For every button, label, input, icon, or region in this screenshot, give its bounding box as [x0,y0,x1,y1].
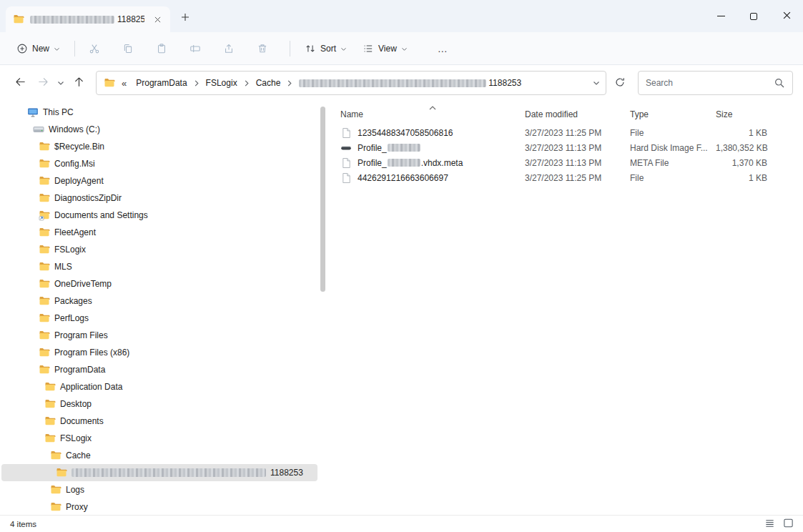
tree-item-documents-and-settings[interactable]: Documents and Settings [1,207,317,224]
tree-item-this-pc[interactable]: This PC [1,104,317,121]
new-tab-button[interactable] [176,9,194,27]
address-bar[interactable]: « ProgramDataFSLogixCache1188253 [96,71,606,95]
breadcrumb-item-programdata[interactable]: ProgramData [133,76,189,90]
up-button[interactable] [67,72,90,94]
tree-item-logs[interactable]: Logs [1,481,317,498]
breadcrumb-chevron-icon[interactable] [285,79,295,87]
tree-item-label: OneDriveTemp [54,279,112,289]
tree-item-config-msi[interactable]: Config.Msi [1,155,317,172]
breadcrumb-item-current[interactable]: 1188253 [296,76,524,90]
back-button[interactable] [9,72,31,94]
paste-button[interactable] [149,37,174,60]
tree-item-mls[interactable]: MLS [1,258,317,275]
tree-item-fleetagent[interactable]: FleetAgent [1,224,317,241]
file-name-cell: 12354488347058506816 [336,127,521,139]
forward-button[interactable] [31,72,54,94]
tree-item-documents[interactable]: Documents [1,413,317,430]
folder-icon [39,227,50,238]
recent-locations-button[interactable] [54,72,67,94]
breadcrumb-chevron-icon[interactable] [242,79,252,87]
file-name-suffix: .vhdx.meta [421,158,463,168]
folder-icon [44,381,56,393]
column-header-size[interactable]: Size [711,109,777,119]
explorer-tab[interactable]: 1188253 [6,6,170,32]
redacted-text [388,159,420,167]
tab-title-suffix: 1188253 [117,14,144,24]
delete-button[interactable] [250,37,275,60]
sort-button[interactable]: Sort [297,37,355,60]
tree-item-windows-c[interactable]: Windows (C:) [1,121,317,138]
file-date-modified: 3/27/2023 11:25 PM [521,128,626,138]
copy-button[interactable] [115,37,141,60]
scrollbar-thumb[interactable] [320,107,325,292]
new-button[interactable]: New [9,37,68,60]
folder-link-icon [39,210,50,221]
tree-item-onedrivetemp[interactable]: OneDriveTemp [1,275,317,292]
tab-close-icon[interactable] [150,12,164,26]
minimize-icon [717,16,725,16]
refresh-button[interactable] [608,72,632,94]
tree-item-cache[interactable]: Cache [1,447,317,464]
close-button[interactable] [770,0,803,32]
column-header-date-modified[interactable]: Date modified [521,109,626,119]
share-button[interactable] [216,37,242,60]
tree-item-label: Desktop [60,399,92,409]
folder-icon [44,433,56,444]
folder-icon [39,141,50,152]
folder-icon [56,467,67,478]
tree-item-proxy[interactable]: Proxy [1,498,317,515]
tree-item-label: DiagnosticsZipDir [54,193,122,203]
chevron-down-icon [57,78,64,88]
tree-item-deployagent[interactable]: DeployAgent [1,172,317,189]
redacted-text [72,468,266,477]
tree-item-program-files[interactable]: Program Files [1,327,317,344]
tree-item-label: Windows (C:) [49,124,100,134]
window-caption-controls [704,0,803,32]
folder-icon [39,312,50,324]
file-name: 12354488347058506816 [358,128,453,138]
tree-item-label: Config.Msi [54,159,95,169]
breadcrumb-item-fslogix[interactable]: FSLogix [203,76,240,90]
folder-icon [39,295,50,307]
rename-button[interactable] [182,37,208,60]
view-icon [363,43,374,54]
maximize-button[interactable] [737,0,770,32]
tree-item-label: This PC [43,107,74,117]
minimize-button[interactable] [704,0,737,32]
view-button[interactable]: View [355,37,415,60]
thumbnail-view-button[interactable] [780,517,796,531]
tree-item-fslogix[interactable]: FSLogix [1,241,317,258]
column-header-type[interactable]: Type [626,109,711,119]
tree-item-desktop[interactable]: Desktop [1,395,317,413]
tree-item-perflogs[interactable]: PerfLogs [1,310,317,327]
file-type: File [626,128,711,138]
tree-item-label: MLS [54,262,72,272]
tree-item-label: Application Data [60,382,122,392]
file-type: META File [626,158,711,168]
folder-icon [39,330,50,341]
more-options-button[interactable]: … [430,37,456,60]
breadcrumb-item-cache[interactable]: Cache [253,76,284,90]
collapsed-path-button[interactable]: « [120,78,128,89]
details-view-button[interactable] [762,517,777,531]
folder-icon [104,77,115,89]
address-dropdown-button[interactable] [593,81,600,86]
breadcrumb-chevron-icon[interactable] [192,79,202,87]
column-header-name[interactable]: Name [336,109,521,119]
file-row[interactable]: 123544883470585068163/27/2023 11:25 PMFi… [336,125,803,140]
tree-item-packages[interactable]: Packages [1,292,317,310]
cut-button[interactable] [82,37,107,60]
search-input[interactable] [646,78,768,88]
file-type: Hard Disk Image F... [626,143,711,153]
file-row[interactable]: 44262912166636066973/27/2023 11:25 PMFil… [336,170,803,185]
tree-item-program-files-x86[interactable]: Program Files (x86) [1,344,317,361]
tree-item-programdata[interactable]: ProgramData [1,361,317,378]
file-row[interactable]: Profile_3/27/2023 11:13 PMHard Disk Imag… [336,140,803,155]
tree-item-application-data[interactable]: Application Data [1,378,317,395]
file-row[interactable]: Profile_.vhdx.meta3/27/2023 11:13 PMMETA… [336,155,803,170]
tree-item-diagnosticszipdir[interactable]: DiagnosticsZipDir [1,189,317,207]
tree-item-1188253[interactable]: 1188253 [1,464,317,481]
sort-icon [305,43,316,54]
tree-item-fslogix[interactable]: FSLogix [1,430,317,447]
tree-item-recycle-bin[interactable]: $Recycle.Bin [1,138,317,155]
